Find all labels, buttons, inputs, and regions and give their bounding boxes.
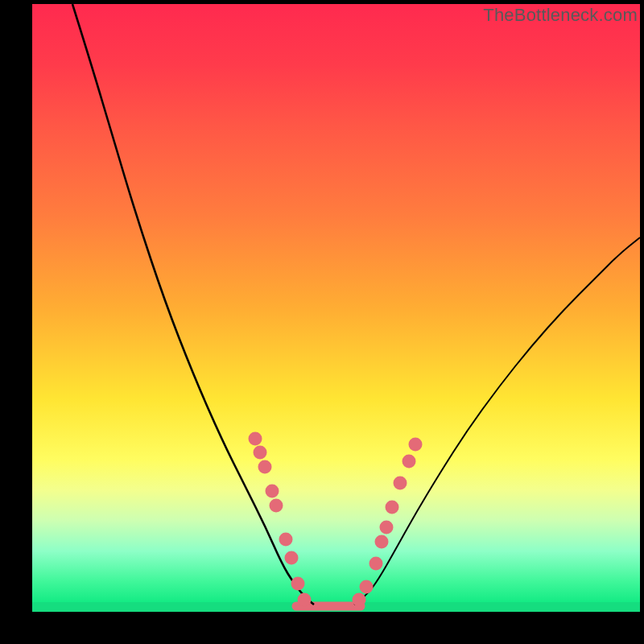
data-dot	[375, 535, 389, 549]
data-dot	[249, 432, 262, 446]
data-dot	[380, 521, 394, 535]
chart-container: TheBottleneck.com	[0, 0, 644, 644]
data-dot	[369, 557, 383, 571]
watermark-text: TheBottleneck.com	[483, 5, 638, 26]
data-dot	[298, 593, 312, 607]
chart-svg	[32, 4, 640, 612]
data-dot	[386, 501, 399, 514]
data-dot	[258, 460, 272, 474]
data-dot	[254, 446, 267, 460]
data-dot	[279, 533, 293, 547]
curve-left	[72, 4, 314, 605]
data-dot	[360, 580, 374, 594]
data-dot	[402, 455, 416, 469]
data-dot	[394, 477, 407, 490]
data-dot	[353, 593, 366, 607]
data-dot	[266, 485, 279, 498]
curve-right	[354, 237, 640, 605]
data-dot	[270, 499, 283, 513]
plot-area	[32, 4, 640, 612]
data-dot	[409, 438, 423, 452]
dots-left	[249, 432, 312, 607]
data-dot	[285, 551, 299, 565]
data-dot	[291, 577, 305, 591]
